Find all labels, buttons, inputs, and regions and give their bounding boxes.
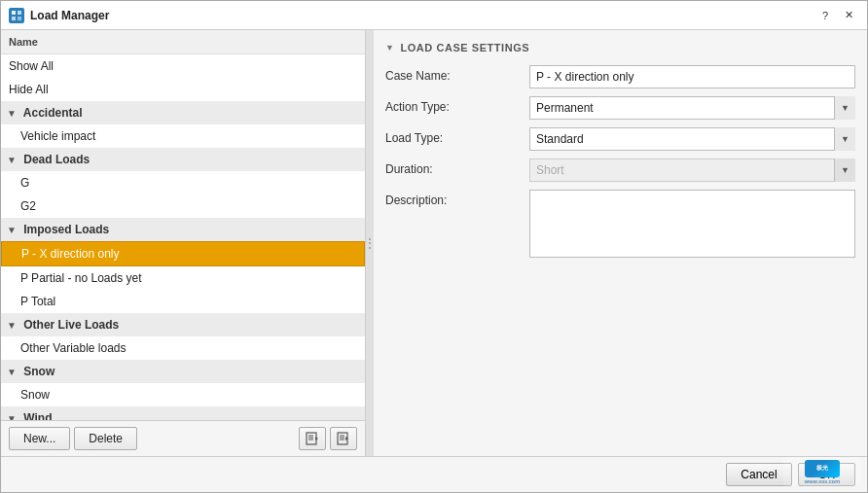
help-button[interactable]: ? — [814, 7, 836, 24]
dialog-body: Name Show All Hide All ▼ Accidental Vehi… — [1, 30, 867, 456]
p-x-direction-item[interactable]: P - X direction only — [1, 241, 365, 266]
other-variable-loads-item[interactable]: Other Variable loads — [1, 336, 365, 360]
section-title: LOAD CASE SETTINGS — [385, 42, 855, 53]
form-grid: Case Name: Action Type: Permanent Variab… — [385, 65, 855, 261]
g-label: G — [20, 176, 29, 190]
description-label: Description: — [385, 190, 522, 207]
left-panel: Name Show All Hide All ▼ Accidental Vehi… — [1, 30, 366, 456]
svg-rect-0 — [12, 11, 16, 15]
cat-imposed-loads-label: Imposed Loads — [23, 223, 109, 236]
load-type-wrapper: Standard Seismic Wind ▼ — [529, 127, 855, 151]
dialog-title: Load Manager — [30, 9, 814, 22]
g-item[interactable]: G — [1, 171, 365, 194]
duration-wrapper: Short Medium Long ▼ — [529, 158, 855, 182]
left-bottom-bar: New... Delete — [1, 420, 365, 456]
svg-rect-1 — [18, 11, 21, 15]
tree-header: Name — [1, 30, 365, 54]
description-wrapper — [529, 190, 855, 261]
p-x-direction-label: P - X direction only — [21, 247, 120, 261]
delete-button[interactable]: Delete — [74, 427, 137, 450]
g2-label: G2 — [20, 199, 36, 213]
cat-imposed-loads[interactable]: ▼ Imposed Loads — [1, 218, 365, 241]
cat-other-live-loads-label: Other Live Loads — [23, 318, 119, 332]
collapse-arrow-imposed: ▼ — [7, 223, 17, 237]
p-partial-item[interactable]: P Partial - no Loads yet — [1, 266, 365, 290]
import-icon — [305, 431, 320, 446]
svg-rect-4 — [307, 433, 316, 444]
cat-wind-label: Wind — [23, 411, 52, 420]
tree-content[interactable]: Show All Hide All ▼ Accidental Vehicle i… — [1, 54, 365, 420]
vehicle-impact-label: Vehicle impact — [20, 129, 95, 143]
description-textarea[interactable] — [529, 190, 855, 258]
dialog-footer: Cancel OK 极光 www.xxx.com — [1, 456, 867, 492]
export-icon — [336, 431, 351, 446]
window-controls: ? ✕ — [814, 7, 859, 24]
g2-item[interactable]: G2 — [1, 194, 365, 218]
action-type-wrapper: Permanent Variable Accidental ▼ — [529, 96, 855, 120]
ok-button[interactable]: OK — [798, 463, 855, 486]
right-panel: LOAD CASE SETTINGS Case Name: Action Typ… — [374, 30, 867, 456]
close-button[interactable]: ✕ — [838, 7, 859, 24]
export-button[interactable] — [330, 427, 357, 450]
load-type-label: Load Type: — [385, 127, 522, 145]
collapse-arrow-snow: ▼ — [7, 365, 17, 379]
collapse-arrow-accidental: ▼ — [7, 106, 17, 121]
p-total-item[interactable]: P Total — [1, 290, 365, 313]
action-type-select[interactable]: Permanent Variable Accidental — [529, 96, 855, 120]
cat-accidental-label: Accidental — [23, 106, 83, 120]
duration-select[interactable]: Short Medium Long — [529, 158, 855, 182]
title-bar: Load Manager ? ✕ — [1, 1, 867, 30]
name-column-header: Name — [1, 32, 46, 52]
hide-all-item[interactable]: Hide All — [1, 78, 365, 101]
cat-accidental[interactable]: ▼ Accidental — [1, 101, 365, 124]
cat-dead-loads-label: Dead Loads — [23, 153, 90, 166]
other-variable-loads-label: Other Variable loads — [20, 341, 127, 355]
hide-all-label: Hide All — [9, 83, 49, 96]
cat-other-live-loads[interactable]: ▼ Other Live Loads — [1, 313, 365, 336]
load-manager-dialog: Load Manager ? ✕ Name Show All Hide All — [0, 0, 868, 493]
p-total-label: P Total — [20, 295, 55, 308]
svg-rect-2 — [12, 17, 16, 20]
new-button[interactable]: New... — [9, 427, 70, 450]
action-type-label: Action Type: — [385, 96, 522, 114]
collapse-arrow-dead: ▼ — [7, 153, 17, 167]
p-partial-label: P Partial - no Loads yet — [20, 271, 142, 285]
case-name-label: Case Name: — [385, 65, 522, 83]
case-name-input[interactable] — [529, 65, 855, 88]
cat-snow-label: Snow — [23, 365, 54, 378]
cancel-button[interactable]: Cancel — [726, 463, 791, 486]
load-type-select[interactable]: Standard Seismic Wind — [529, 127, 855, 151]
svg-rect-3 — [18, 17, 21, 20]
app-icon — [9, 8, 24, 23]
cat-wind[interactable]: ▼ Wind — [1, 406, 365, 420]
collapse-arrow-other: ▼ — [7, 318, 17, 333]
resize-handle[interactable] — [366, 30, 374, 456]
vehicle-impact-item[interactable]: Vehicle impact — [1, 124, 365, 148]
cat-dead-loads[interactable]: ▼ Dead Loads — [1, 148, 365, 171]
snow-label: Snow — [20, 388, 50, 402]
show-all-label: Show All — [9, 59, 54, 73]
collapse-arrow-wind: ▼ — [7, 411, 17, 420]
duration-label: Duration: — [385, 158, 522, 176]
show-all-item[interactable]: Show All — [1, 54, 365, 78]
import-button[interactable] — [299, 427, 326, 450]
cat-snow[interactable]: ▼ Snow — [1, 360, 365, 383]
snow-item[interactable]: Snow — [1, 383, 365, 406]
